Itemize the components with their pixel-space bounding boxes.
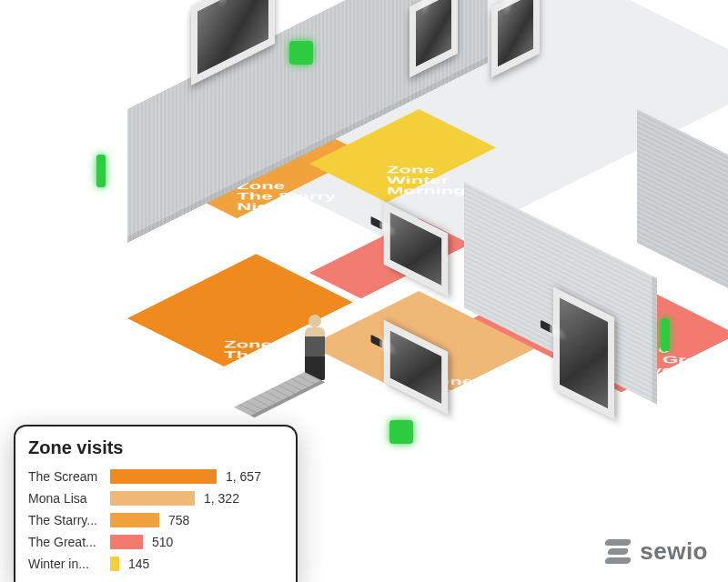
sensor-icon (96, 155, 106, 187)
chart-rows: The Scream1, 657Mona Lisa1, 322The Starr… (28, 466, 283, 575)
bench (234, 372, 321, 416)
chart-row-value: 1, 657 (226, 469, 261, 484)
chart-row-bar (110, 535, 143, 549)
zone-label: Zone The Starry Night (237, 180, 336, 212)
chart-row-bar (110, 557, 119, 571)
chart-row: The Great...510 (28, 531, 283, 553)
brand-name: sewio (640, 537, 708, 566)
chart-row-value: 510 (152, 535, 173, 549)
brand-logo: sewio (605, 537, 708, 566)
stage: Zone The Starry Night Zone The Scream Zo… (0, 0, 728, 582)
chart-row-label: The Great... (28, 535, 101, 549)
chart-row: The Starry...758 (28, 509, 283, 531)
sensor-icon (289, 41, 313, 65)
chart-row-value: 1, 322 (204, 491, 239, 506)
zone-label: Zone Winter Morning (387, 165, 466, 196)
chart-row-label: The Scream (28, 469, 101, 484)
chart-row: The Scream1, 657 (28, 466, 283, 487)
chart-row-label: Mona Lisa (28, 491, 101, 506)
chart-row: Mona Lisa1, 322 (28, 487, 283, 509)
chart-row-label: Winter in... (28, 557, 101, 571)
brand-mark-icon (605, 539, 631, 565)
chart-row-value: 758 (168, 513, 189, 527)
chart-row-bar (110, 513, 159, 527)
chart-row-bar (110, 491, 195, 506)
chart-row: Winter in...145 (28, 553, 283, 575)
chart-row-value: 145 (128, 557, 149, 571)
visitor-figure (305, 327, 325, 380)
chart-title: Zone visits (28, 437, 283, 458)
chart-row-label: The Starry... (28, 513, 101, 527)
sensor-icon (389, 420, 413, 444)
sensor-icon (661, 318, 670, 351)
chart-row-bar (110, 469, 217, 484)
zone-visits-card: Zone visits The Scream1, 657Mona Lisa1, … (14, 425, 298, 582)
